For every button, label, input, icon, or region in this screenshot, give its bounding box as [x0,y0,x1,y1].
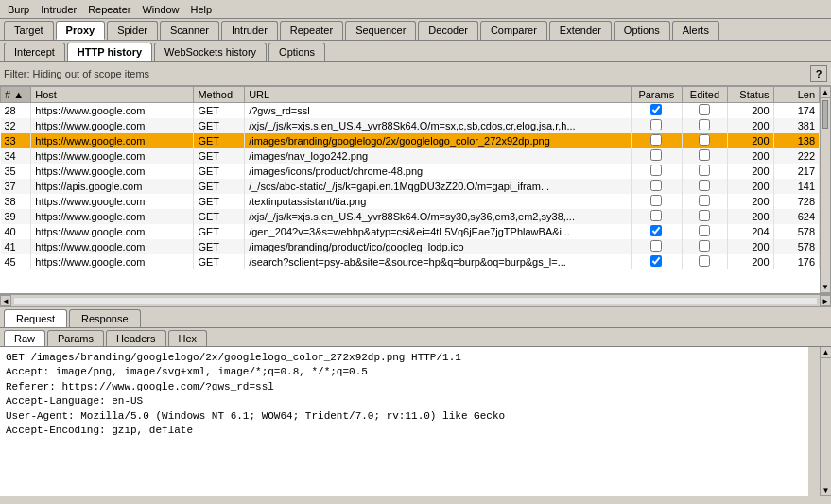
params-checkbox[interactable] [650,104,662,115]
scroll-left-arrow[interactable]: ◄ [0,295,11,306]
tab-intruder[interactable]: Intruder [221,21,278,40]
edited-checkbox[interactable] [699,180,710,191]
params-checkbox[interactable] [650,225,662,236]
params-checkbox[interactable] [650,134,662,146]
tab-scanner[interactable]: Scanner [160,21,219,40]
tab-http-history[interactable]: HTTP history [67,43,152,61]
table-row[interactable]: 40https://www.google.comGET/gen_204?v=3&… [1,224,820,239]
menu-help[interactable]: Help [185,2,218,17]
cell-params[interactable] [631,194,682,209]
table-row[interactable]: 35https://www.google.comGET/images/icons… [1,164,820,179]
cell-params[interactable] [631,164,682,179]
table-row[interactable]: 39https://www.google.comGET/xjs/_/js/k=x… [1,209,820,224]
scroll-right-arrow[interactable]: ► [820,295,831,306]
params-checkbox[interactable] [650,119,662,130]
edited-checkbox[interactable] [699,255,710,267]
cell-params[interactable] [631,103,682,119]
col-header-status[interactable]: Status [728,87,773,103]
tab-params[interactable]: Params [47,330,104,346]
table-row[interactable]: 41https://www.google.comGET/images/brand… [1,239,820,254]
table-row[interactable]: 33https://www.google.comGET/images/brand… [1,133,820,148]
cell-edited[interactable] [682,239,727,254]
tab-proxy[interactable]: Proxy [56,21,106,40]
cell-edited[interactable] [682,209,727,224]
edited-checkbox[interactable] [699,119,710,130]
col-header-edited[interactable]: Edited [682,87,727,103]
params-checkbox[interactable] [650,180,662,191]
table-row[interactable]: 32https://www.google.comGET/xjs/_/js/k=x… [1,118,820,133]
edited-checkbox[interactable] [699,165,710,176]
cell-params[interactable] [631,254,682,269]
menu-intruder[interactable]: Intruder [35,2,82,17]
tab-request[interactable]: Request [4,309,67,327]
params-checkbox[interactable] [650,165,662,176]
table-scrollbar[interactable]: ▲ ▼ [820,86,831,294]
filter-label[interactable]: Filter: Hiding out of scope items [4,68,810,79]
col-header-method[interactable]: Method [194,87,245,103]
filter-help-button[interactable]: ? [810,65,827,82]
col-header-host[interactable]: Host [31,87,194,103]
menu-repeater[interactable]: Repeater [82,2,136,17]
edited-checkbox[interactable] [699,149,710,161]
col-header-len[interactable]: Len [773,87,819,103]
table-row[interactable]: 28https://www.google.comGET/?gws_rd=ssl2… [1,103,820,119]
edited-checkbox[interactable] [699,134,710,146]
table-row[interactable]: 37https://apis.google.comGET/_/scs/abc-s… [1,179,820,194]
table-row[interactable]: 34https://www.google.comGET/images/nav_l… [1,148,820,164]
params-checkbox[interactable] [650,240,662,252]
params-checkbox[interactable] [650,195,662,206]
tab-extender[interactable]: Extender [549,21,612,40]
edited-checkbox[interactable] [699,240,710,252]
cell-edited[interactable] [682,164,727,179]
request-scrollbar[interactable]: ▲ ▼ [820,347,831,496]
req-scroll-down[interactable]: ▼ [821,485,831,496]
table-row[interactable]: 45https://www.google.comGET/search?sclie… [1,254,820,269]
tab-proxy-options[interactable]: Options [268,43,325,61]
cell-edited[interactable] [682,118,727,133]
params-checkbox[interactable] [650,149,662,161]
scroll-up-arrow[interactable]: ▲ [821,87,830,98]
cell-edited[interactable] [682,224,727,239]
cell-edited[interactable] [682,254,727,269]
tab-websockets-history[interactable]: WebSockets history [154,43,267,61]
menu-window[interactable]: Window [136,2,184,17]
cell-params[interactable] [631,179,682,194]
cell-edited[interactable] [682,133,727,148]
cell-edited[interactable] [682,148,727,164]
tab-response[interactable]: Response [69,309,141,327]
edited-checkbox[interactable] [699,195,710,206]
menu-burp[interactable]: Burp [2,2,35,17]
cell-params[interactable] [631,133,682,148]
req-scroll-up[interactable]: ▲ [821,347,831,358]
tab-repeater[interactable]: Repeater [280,21,343,40]
tab-comparer[interactable]: Comparer [480,21,547,40]
col-header-num[interactable]: # ▲ [1,87,31,103]
cell-edited[interactable] [682,194,727,209]
tab-spider[interactable]: Spider [107,21,158,40]
tab-options[interactable]: Options [614,21,670,40]
edited-checkbox[interactable] [699,104,710,115]
cell-params[interactable] [631,239,682,254]
cell-params[interactable] [631,148,682,164]
tab-hex[interactable]: Hex [168,330,208,346]
tab-sequencer[interactable]: Sequencer [345,21,416,40]
tab-headers[interactable]: Headers [106,330,166,346]
cell-edited[interactable] [682,179,727,194]
tab-decoder[interactable]: Decoder [418,21,478,40]
tab-intercept[interactable]: Intercept [4,43,65,61]
cell-params[interactable] [631,224,682,239]
http-history-table-container[interactable]: # ▲ Host Method URL Params Edited Status… [0,86,820,294]
cell-params[interactable] [631,209,682,224]
table-row[interactable]: 38https://www.google.comGET/textinputass… [1,194,820,209]
cell-params[interactable] [631,118,682,133]
params-checkbox[interactable] [650,210,662,221]
cell-edited[interactable] [682,103,727,119]
tab-target[interactable]: Target [4,21,54,40]
scroll-thumb[interactable] [822,100,828,129]
scroll-down-arrow[interactable]: ▼ [821,282,830,293]
params-checkbox[interactable] [650,255,662,267]
col-header-url[interactable]: URL [245,87,632,103]
col-header-params[interactable]: Params [631,87,682,103]
edited-checkbox[interactable] [699,225,710,236]
edited-checkbox[interactable] [699,210,710,221]
